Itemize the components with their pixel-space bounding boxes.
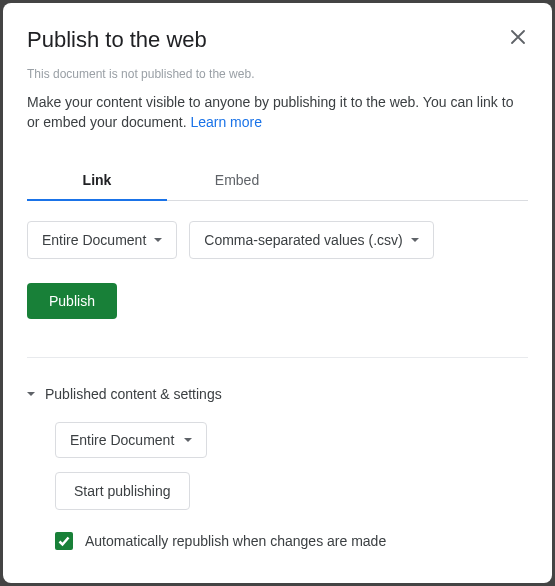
dialog-description: Make your content visible to anyone by p…	[27, 93, 528, 132]
format-select-label: Comma-separated values (.csv)	[204, 232, 402, 248]
dialog-title: Publish to the web	[27, 27, 528, 53]
tab-embed[interactable]: Embed	[167, 162, 307, 200]
divider	[27, 357, 528, 358]
start-publishing-button[interactable]: Start publishing	[55, 472, 190, 510]
caret-down-icon	[184, 438, 192, 442]
tab-bar: Link Embed	[27, 162, 528, 201]
selector-row: Entire Document Comma-separated values (…	[27, 221, 528, 259]
publish-button[interactable]: Publish	[27, 283, 117, 319]
publish-status: This document is not published to the we…	[27, 67, 528, 81]
format-select[interactable]: Comma-separated values (.csv)	[189, 221, 433, 259]
auto-republish-label: Automatically republish when changes are…	[85, 533, 386, 549]
close-icon	[511, 30, 525, 44]
settings-body: Entire Document Start publishing Automat…	[27, 422, 528, 550]
scope-select[interactable]: Entire Document	[27, 221, 177, 259]
close-button[interactable]	[506, 25, 530, 49]
tab-link[interactable]: Link	[27, 162, 167, 200]
learn-more-link[interactable]: Learn more	[190, 114, 262, 130]
publish-dialog: Publish to the web This document is not …	[3, 3, 552, 583]
description-text: Make your content visible to anyone by p…	[27, 94, 513, 130]
auto-republish-checkbox[interactable]	[55, 532, 73, 550]
caret-down-icon	[411, 238, 419, 242]
settings-scope-label: Entire Document	[70, 432, 174, 448]
scope-select-label: Entire Document	[42, 232, 146, 248]
caret-down-icon	[154, 238, 162, 242]
settings-section-toggle[interactable]: Published content & settings	[27, 386, 528, 402]
settings-scope-select[interactable]: Entire Document	[55, 422, 207, 458]
auto-republish-row: Automatically republish when changes are…	[55, 532, 528, 550]
checkmark-icon	[57, 534, 71, 548]
caret-down-icon	[27, 392, 35, 396]
settings-header-label: Published content & settings	[45, 386, 222, 402]
